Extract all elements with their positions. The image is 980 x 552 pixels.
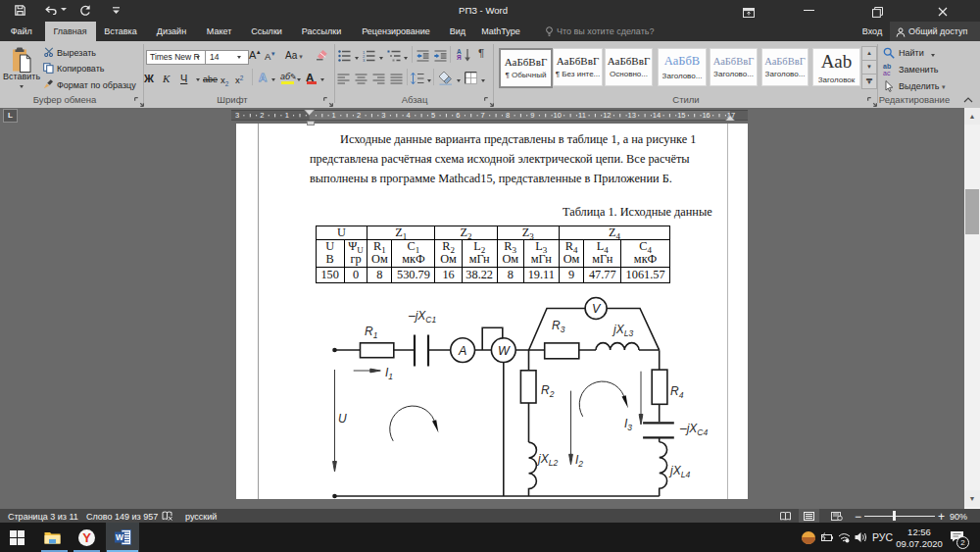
svg-text:7: 7 xyxy=(481,111,485,120)
svg-text:3: 3 xyxy=(363,58,366,62)
svg-text:4: 4 xyxy=(407,111,411,120)
svg-text:2: 2 xyxy=(357,111,361,120)
svg-text:6: 6 xyxy=(456,111,460,120)
svg-text:–jXC1: –jXC1 xyxy=(408,309,436,325)
svg-text:3: 3 xyxy=(235,111,239,120)
svg-text:1: 1 xyxy=(285,111,289,120)
svg-text:I3: I3 xyxy=(624,417,632,432)
svg-text:3: 3 xyxy=(381,111,385,120)
svg-text:A: A xyxy=(458,344,466,358)
svg-text:W: W xyxy=(116,532,124,542)
svg-text:16: 16 xyxy=(702,111,710,120)
svg-text:jXL2: jXL2 xyxy=(536,452,558,468)
svg-text:R3: R3 xyxy=(552,319,565,334)
svg-text:2: 2 xyxy=(260,111,264,120)
svg-text:V: V xyxy=(592,302,602,316)
svg-text:13: 13 xyxy=(628,111,636,120)
svg-text:15: 15 xyxy=(677,111,685,120)
svg-text:W: W xyxy=(498,344,511,358)
svg-text:5: 5 xyxy=(431,111,435,120)
svg-text:14: 14 xyxy=(653,111,661,120)
svg-text:R1: R1 xyxy=(365,325,378,340)
svg-text:1: 1 xyxy=(332,111,336,120)
svg-text:10: 10 xyxy=(554,111,562,120)
svg-text:jXL4: jXL4 xyxy=(668,464,690,479)
svg-text:8: 8 xyxy=(506,111,510,120)
svg-text:R4: R4 xyxy=(670,384,684,400)
svg-text:R2: R2 xyxy=(541,383,555,399)
svg-text:11: 11 xyxy=(578,111,586,120)
svg-text:9: 9 xyxy=(530,111,534,120)
svg-text:12: 12 xyxy=(603,111,611,120)
svg-text:jXL3: jXL3 xyxy=(612,323,633,338)
svg-text:I2: I2 xyxy=(575,453,583,469)
svg-text:U: U xyxy=(338,412,347,426)
svg-text:I1: I1 xyxy=(385,366,393,381)
svg-text:–jXC4: –jXC4 xyxy=(679,422,708,437)
